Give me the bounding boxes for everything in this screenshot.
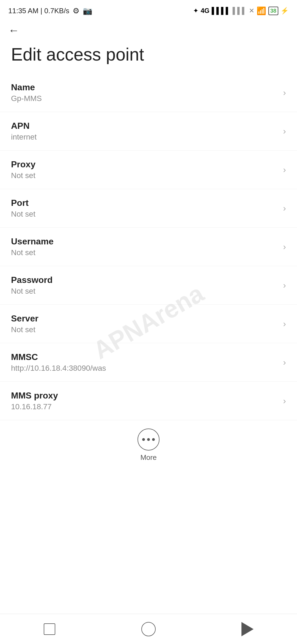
chevron-icon-server: › xyxy=(283,319,286,329)
settings-value-username: Not set xyxy=(11,248,277,257)
settings-label-name: Name xyxy=(11,82,277,92)
settings-label-port: Port xyxy=(11,198,277,208)
settings-value-password: Not set xyxy=(11,287,277,296)
battery-indicator: 38 xyxy=(268,7,278,15)
status-bar: 11:35 AM | 0.7KB/s ⚙ 📷 ✦ 4G ▌▌▌▌ ▌▌▌ ✕ 📶… xyxy=(0,0,297,19)
settings-item-port[interactable]: Port Not set › xyxy=(0,189,297,228)
more-circle-icon[interactable] xyxy=(138,429,160,451)
chevron-icon-proxy: › xyxy=(283,165,286,175)
settings-item-proxy[interactable]: Proxy Not set › xyxy=(0,151,297,189)
settings-value-server: Not set xyxy=(11,325,277,334)
settings-value-proxy: Not set xyxy=(11,171,277,180)
settings-item-password[interactable]: Password Not set › xyxy=(0,266,297,305)
settings-value-mmsc: http://10.16.18.4:38090/was xyxy=(11,364,277,373)
recents-icon xyxy=(44,623,55,635)
settings-item-name[interactable]: Name Gp-MMS › xyxy=(0,73,297,112)
chevron-icon-mms-proxy: › xyxy=(283,396,286,406)
settings-item-apn[interactable]: APN internet › xyxy=(0,112,297,151)
camera-icon: 📷 xyxy=(83,6,92,15)
page-title: Edit access point xyxy=(0,39,297,73)
chevron-icon-username: › xyxy=(283,242,286,252)
status-right-icons: ✦ 4G ▌▌▌▌ ▌▌▌ ✕ 📶 38 ⚡ xyxy=(193,6,289,15)
settings-label-proxy: Proxy xyxy=(11,159,277,170)
settings-item-username[interactable]: Username Not set › xyxy=(0,228,297,266)
signal-4g-icon: 4G xyxy=(201,7,210,15)
chevron-icon-password: › xyxy=(283,280,286,290)
settings-item-mmsc[interactable]: MMSC http://10.16.18.4:38090/was › xyxy=(0,343,297,382)
wifi-icon: 📶 xyxy=(257,6,266,15)
home-icon xyxy=(141,622,156,636)
back-nav-button[interactable] xyxy=(234,614,261,644)
settings-icon: ⚙ xyxy=(73,6,79,15)
more-label: More xyxy=(140,453,156,462)
time-text: 11:35 AM | 0.7KB/s xyxy=(8,7,69,15)
chevron-icon-mmsc: › xyxy=(283,357,286,367)
back-button[interactable]: ← xyxy=(0,19,297,39)
settings-value-mms-proxy: 10.16.18.77 xyxy=(11,402,277,411)
back-arrow-icon: ← xyxy=(8,24,19,36)
settings-value-apn: internet xyxy=(11,133,277,141)
settings-value-name: Gp-MMS xyxy=(11,94,277,103)
home-button[interactable] xyxy=(135,614,162,644)
back-nav-icon xyxy=(241,622,254,636)
more-dots-icon xyxy=(142,438,155,441)
charging-icon: ⚡ xyxy=(280,7,289,15)
chevron-icon-port: › xyxy=(283,203,286,213)
signal-bars-icon: ▌▌▌▌ xyxy=(212,7,230,15)
status-time: 11:35 AM | 0.7KB/s ⚙ 📷 xyxy=(8,6,92,15)
settings-item-server[interactable]: Server Not set › xyxy=(0,305,297,343)
settings-label-username: Username xyxy=(11,236,277,247)
settings-label-server: Server xyxy=(11,313,277,324)
signal-bars2-icon: ▌▌▌ xyxy=(233,7,247,15)
settings-item-mms-proxy[interactable]: MMS proxy 10.16.18.77 › xyxy=(0,382,297,420)
recents-button[interactable] xyxy=(36,614,63,644)
settings-label-mmsc: MMSC xyxy=(11,352,277,362)
more-button[interactable]: More xyxy=(0,420,297,467)
chevron-icon-name: › xyxy=(283,88,286,98)
bluetooth-icon: ✦ xyxy=(193,7,199,15)
settings-label-apn: APN xyxy=(11,121,277,131)
navigation-bar xyxy=(0,614,297,644)
settings-list: Name Gp-MMS › APN internet › Proxy Not s… xyxy=(0,73,297,420)
settings-label-mms-proxy: MMS proxy xyxy=(11,391,277,401)
settings-value-port: Not set xyxy=(11,210,277,219)
chevron-icon-apn: › xyxy=(283,126,286,136)
x-icon: ✕ xyxy=(249,7,254,15)
settings-label-password: Password xyxy=(11,275,277,285)
